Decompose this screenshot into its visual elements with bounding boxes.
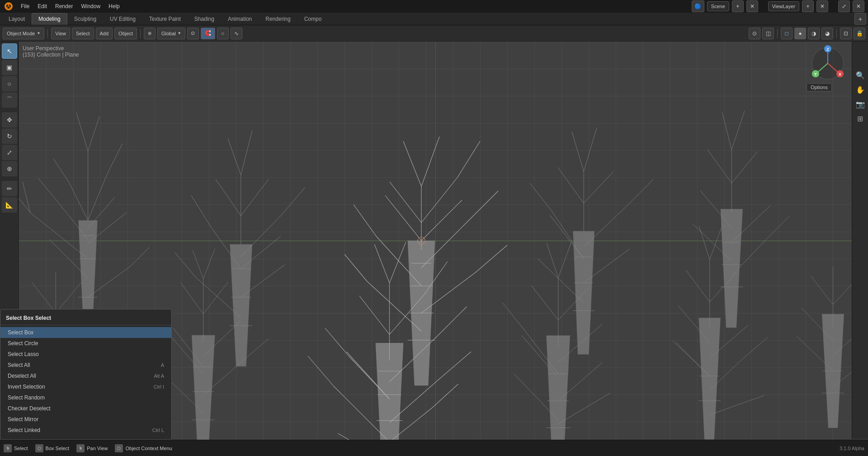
toolbar-sep-2 — [140, 29, 141, 38]
window-expand-icon[interactable]: ⤢ — [838, 0, 850, 12]
transform-tool-btn[interactable]: ⊕ — [2, 161, 17, 176]
svg-line-110 — [244, 339, 269, 360]
rotate-tool-btn[interactable]: ↻ — [2, 128, 17, 144]
menu-edit[interactable]: Edit — [34, 1, 51, 11]
shading-material-icon[interactable]: ◑ — [808, 28, 820, 39]
menu-render[interactable]: Render — [52, 1, 76, 11]
menu-file[interactable]: File — [17, 1, 33, 11]
svg-line-59 — [421, 137, 439, 186]
scene-add-icon[interactable]: + — [732, 0, 744, 12]
popup-item-2[interactable]: Select Lasso — [0, 349, 171, 360]
svg-line-116 — [203, 282, 228, 314]
popup-item-0[interactable]: Select Box — [0, 327, 171, 338]
select-box-tool-btn[interactable]: ▣ — [2, 60, 17, 75]
svg-point-2 — [8, 4, 9, 6]
svg-line-15 — [69, 182, 88, 220]
tab-animation[interactable]: Animation — [221, 13, 259, 25]
popup-header: Select Box Select — [0, 313, 171, 325]
context-menu-status: ⬡ Object Context Menu — [115, 444, 172, 452]
collection-label: (153) Collection | Plane — [23, 52, 79, 58]
popup-item-9[interactable]: Select Linked Ctrl L — [0, 425, 171, 436]
tab-add-icon[interactable]: + — [854, 13, 866, 25]
tab-shading[interactable]: Shading — [188, 13, 221, 25]
overlay-icon[interactable]: ⊙ — [749, 28, 760, 39]
box-select-status: ⬡ Box Select — [35, 444, 70, 452]
tab-uv-editing[interactable]: UV Editing — [103, 13, 142, 25]
popup-item-7[interactable]: Checker Deselect — [0, 403, 171, 414]
cursor-tool-btn[interactable]: ↖ — [2, 43, 17, 59]
measure-tool-btn[interactable]: 📐 — [2, 197, 17, 213]
tab-layout[interactable]: Layout — [2, 13, 32, 25]
lock-camera-icon[interactable]: 🔒 — [854, 28, 865, 39]
svg-line-137 — [390, 242, 406, 283]
xray-icon[interactable]: ◫ — [762, 28, 774, 39]
ortho-grid-btn[interactable]: ⊞ — [854, 112, 867, 125]
version-label: 3.1.0 Alpha — [840, 446, 864, 451]
svg-line-61 — [421, 200, 462, 241]
svg-line-128 — [441, 352, 472, 378]
svg-line-131 — [437, 307, 467, 337]
select-lasso-tool-btn[interactable]: ⌒ — [2, 92, 17, 108]
menu-window[interactable]: Window — [77, 1, 104, 11]
tab-sculpting[interactable]: Sculpting — [67, 13, 103, 25]
svg-line-118 — [203, 249, 215, 279]
popup-item-label-2: Select Lasso — [8, 351, 39, 357]
svg-line-47 — [344, 254, 367, 281]
annotate-tool-btn[interactable]: ✏ — [2, 181, 17, 196]
shading-solid-icon[interactable]: ● — [794, 28, 806, 39]
view-layer-add-icon[interactable]: + — [802, 0, 814, 12]
navigation-gizmo[interactable]: Z Y X — [810, 45, 846, 81]
view-layer-name[interactable]: ViewLayer — [768, 1, 799, 11]
render-region-icon[interactable]: ⊡ — [840, 28, 852, 39]
tab-rendering[interactable]: Rendering — [259, 13, 297, 25]
workspace-tabs: Layout Modeling Sculpting UV Editing Tex… — [0, 13, 868, 25]
snap-btn[interactable]: 🧲 — [201, 28, 215, 39]
svg-line-115 — [180, 282, 203, 314]
popup-item-5[interactable]: Invert Selection Ctrl I — [0, 381, 171, 392]
proportional-edit-icon[interactable]: ○ — [217, 28, 229, 39]
blender-logo-icon[interactable] — [4, 1, 14, 11]
move-tool-btn[interactable]: ✥ — [2, 112, 17, 128]
tab-modeling[interactable]: Modeling — [32, 13, 67, 25]
camera-tool-btn[interactable]: 📷 — [854, 98, 867, 110]
pivot-icon[interactable]: ⊙ — [187, 28, 199, 39]
transform-orient-icon[interactable]: ⊕ — [144, 28, 156, 39]
menu-help[interactable]: Help — [105, 1, 123, 11]
popup-item-8[interactable]: Select Mirror — [0, 414, 171, 425]
select-circle-tool-btn[interactable]: ○ — [2, 76, 17, 91]
pan-tool-btn[interactable]: ✋ — [854, 83, 867, 96]
popup-item-1[interactable]: Select Circle — [0, 338, 171, 349]
svg-line-174 — [710, 395, 764, 415]
context-mouse-icon: ⬡ — [115, 444, 123, 452]
object-mode-btn[interactable]: Object Mode ▼ — [3, 28, 44, 39]
transform-orient-btn[interactable]: Global ▼ — [157, 28, 185, 39]
proportional-falloff-icon[interactable]: ∿ — [231, 28, 242, 39]
current-engine-icon[interactable]: 🔵 — [692, 0, 704, 12]
svg-line-156 — [558, 241, 572, 278]
select-mouse-icon: 🖱 — [4, 444, 12, 452]
object-menu-btn[interactable]: Object — [114, 28, 137, 39]
select-menu-btn[interactable]: Select — [72, 28, 94, 39]
dropdown-arrow-icon: ▼ — [37, 31, 40, 35]
tab-texture-paint[interactable]: Texture Paint — [142, 13, 188, 25]
add-menu-btn[interactable]: Add — [96, 28, 113, 39]
search-tool-btn[interactable]: 🔍 — [854, 69, 867, 81]
view-layer-menu-icon[interactable]: ✕ — [816, 0, 828, 12]
tab-compositing[interactable]: Compo — [297, 13, 329, 25]
scale-tool-btn[interactable]: ⤢ — [2, 145, 17, 160]
window-close-icon[interactable]: ✕ — [853, 0, 864, 12]
view-menu-btn[interactable]: View — [51, 28, 70, 39]
popup-item-3[interactable]: Select All A — [0, 360, 171, 370]
svg-line-136 — [374, 244, 389, 283]
scene-menu-icon[interactable]: ✕ — [746, 0, 758, 12]
shading-wire-icon[interactable]: □ — [781, 28, 793, 39]
popup-item-label-3: Select All — [8, 362, 30, 368]
popup-item-6[interactable]: Select Random — [0, 392, 171, 403]
shading-rendered-icon[interactable]: ◕ — [821, 28, 833, 39]
scene-name[interactable]: Scene — [707, 1, 729, 11]
context-menu-label: Object Context Menu — [125, 446, 172, 451]
popup-shortcut-4: Alt A — [154, 373, 164, 379]
popup-item-4[interactable]: Deselect All Alt A — [0, 370, 171, 381]
svg-line-169 — [686, 270, 709, 302]
pan-mouse-icon: 🖱 — [76, 444, 85, 452]
